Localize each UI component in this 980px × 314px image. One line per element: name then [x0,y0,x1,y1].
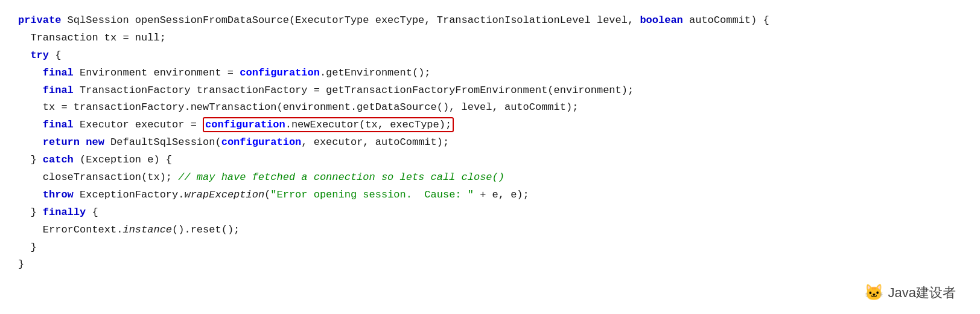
code-line-5: final TransactionFactory transactionFact… [18,82,962,100]
code-line-2: Transaction tx = null; [18,30,962,47]
code-line-11: throw ExceptionFactory.wrapException("Er… [18,187,962,204]
keyword-catch: catch [43,154,74,165]
keyword-return: return [43,136,80,148]
comment-1: // may have fetched a connection so lets… [178,171,504,183]
code-line-10: closeTransaction(tx); // may have fetche… [18,169,962,187]
code-line-1: private SqlSession openSessionFromDataSo… [18,12,962,30]
code-line-6: tx = transactionFactory.newTransaction(e… [18,99,962,117]
keyword-new: new [86,136,104,148]
code-line-12: } finally { [18,204,962,222]
keyword-finally: finally [43,207,86,218]
code-line-14: } [18,239,962,257]
code-line-15: } [18,256,962,274]
keyword-try: try [30,50,49,61]
code-block: private SqlSession openSessionFromDataSo… [18,12,962,274]
keyword-final-2: final [43,85,74,96]
method-wrap-exception: wrapException [184,189,264,200]
string-error-msg: "Error opening session. Cause: " [270,189,474,200]
keyword-final-1: final [43,67,74,78]
config-ref-2: configuration [205,119,285,130]
watermark: 🐱 Java建设者 [864,283,956,302]
keyword-private: private [18,14,61,26]
code-line-7: final Executor executor = configuration.… [18,117,962,134]
code-line-3: try { [18,47,962,65]
method-instance: instance [122,224,172,236]
keyword-boolean: boolean [640,14,682,26]
watermark-icon: 🐱 [864,283,883,302]
highlighted-expression: configuration.newExecutor(tx, execType); [203,117,454,132]
code-container: private SqlSession openSessionFromDataSo… [0,0,980,314]
code-line-8: return new DefaultSqlSession(configurati… [18,134,962,152]
keyword-throw: throw [43,189,74,200]
config-ref-3: configuration [221,136,302,148]
code-line-13: ErrorContext.instance().reset(); [18,222,962,239]
watermark-text: Java建设者 [888,284,956,302]
keyword-final-3: final [43,119,74,130]
code-line-9: } catch (Exception e) { [18,152,962,169]
code-line-4: final Environment environment = configur… [18,65,962,82]
config-ref-1: configuration [240,67,320,78]
